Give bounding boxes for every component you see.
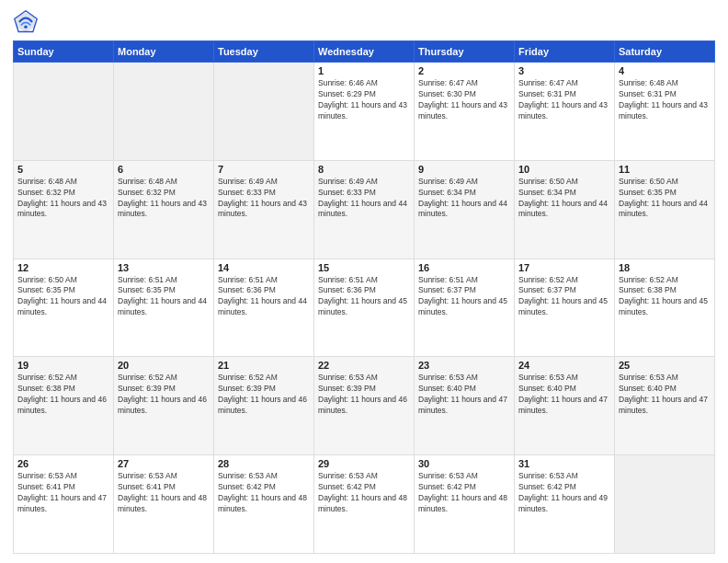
- day-number: 7: [218, 164, 310, 175]
- day-number: 29: [318, 458, 410, 469]
- day-info: Sunrise: 6:53 AMSunset: 6:40 PMDaylight:…: [619, 373, 708, 415]
- day-number: 22: [318, 360, 410, 371]
- calendar-cell: 20Sunrise: 6:52 AMSunset: 6:39 PMDayligh…: [114, 357, 214, 455]
- weekday-header-friday: Friday: [515, 41, 615, 63]
- calendar-cell: 18Sunrise: 6:52 AMSunset: 6:38 PMDayligh…: [615, 259, 715, 357]
- day-number: 3: [518, 65, 610, 76]
- day-info: Sunrise: 6:53 AMSunset: 6:42 PMDaylight:…: [518, 471, 608, 513]
- day-number: 18: [619, 262, 711, 273]
- day-info: Sunrise: 6:47 AMSunset: 6:30 PMDaylight:…: [418, 78, 507, 121]
- weekday-header-monday: Monday: [114, 41, 214, 63]
- calendar-cell: 15Sunrise: 6:51 AMSunset: 6:36 PMDayligh…: [314, 259, 415, 357]
- day-number: 16: [418, 262, 510, 273]
- weekday-header-sunday: Sunday: [14, 41, 114, 63]
- calendar-cell: 11Sunrise: 6:50 AMSunset: 6:35 PMDayligh…: [615, 160, 715, 259]
- calendar-cell: 27Sunrise: 6:53 AMSunset: 6:41 PMDayligh…: [114, 455, 214, 554]
- calendar-cell: [14, 63, 114, 161]
- day-number: 13: [118, 262, 210, 273]
- day-info: Sunrise: 6:49 AMSunset: 6:33 PMDaylight:…: [218, 177, 307, 219]
- day-info: Sunrise: 6:51 AMSunset: 6:35 PMDaylight:…: [118, 275, 207, 317]
- calendar-cell: 1Sunrise: 6:46 AMSunset: 6:29 PMDaylight…: [314, 63, 415, 161]
- day-number: 31: [518, 458, 610, 469]
- calendar-cell: 24Sunrise: 6:53 AMSunset: 6:40 PMDayligh…: [515, 357, 615, 455]
- day-info: Sunrise: 6:53 AMSunset: 6:42 PMDaylight:…: [418, 471, 507, 513]
- day-info: Sunrise: 6:52 AMSunset: 6:38 PMDaylight:…: [619, 275, 708, 317]
- day-info: Sunrise: 6:51 AMSunset: 6:36 PMDaylight:…: [218, 275, 307, 317]
- calendar-cell: 29Sunrise: 6:53 AMSunset: 6:42 PMDayligh…: [314, 455, 415, 554]
- calendar-cell: 9Sunrise: 6:49 AMSunset: 6:34 PMDaylight…: [415, 160, 515, 259]
- day-number: 11: [619, 164, 711, 175]
- day-info: Sunrise: 6:49 AMSunset: 6:33 PMDaylight:…: [318, 177, 407, 219]
- day-number: 5: [17, 164, 109, 175]
- calendar-cell: 31Sunrise: 6:53 AMSunset: 6:42 PMDayligh…: [515, 455, 615, 554]
- calendar-cell: 23Sunrise: 6:53 AMSunset: 6:40 PMDayligh…: [415, 357, 515, 455]
- day-number: 15: [318, 262, 410, 273]
- day-number: 19: [17, 360, 109, 371]
- calendar-cell: [615, 455, 715, 554]
- calendar-cell: [214, 63, 314, 161]
- calendar-cell: 30Sunrise: 6:53 AMSunset: 6:42 PMDayligh…: [415, 455, 515, 554]
- day-number: 4: [619, 65, 711, 76]
- day-info: Sunrise: 6:53 AMSunset: 6:41 PMDaylight:…: [118, 471, 207, 513]
- day-number: 10: [518, 164, 610, 175]
- day-number: 23: [418, 360, 510, 371]
- calendar-week-2: 5Sunrise: 6:48 AMSunset: 6:32 PMDaylight…: [14, 160, 715, 259]
- calendar-cell: 4Sunrise: 6:48 AMSunset: 6:31 PMDaylight…: [615, 63, 715, 161]
- day-info: Sunrise: 6:53 AMSunset: 6:41 PMDaylight:…: [17, 471, 107, 513]
- calendar-cell: 12Sunrise: 6:50 AMSunset: 6:35 PMDayligh…: [14, 259, 114, 357]
- day-info: Sunrise: 6:50 AMSunset: 6:35 PMDaylight:…: [619, 177, 708, 219]
- day-number: 14: [218, 262, 310, 273]
- day-number: 21: [218, 360, 310, 371]
- calendar-cell: 28Sunrise: 6:53 AMSunset: 6:42 PMDayligh…: [214, 455, 314, 554]
- day-info: Sunrise: 6:52 AMSunset: 6:37 PMDaylight:…: [518, 275, 608, 317]
- day-info: Sunrise: 6:52 AMSunset: 6:38 PMDaylight:…: [17, 373, 107, 415]
- calendar-cell: [114, 63, 214, 161]
- calendar-table: SundayMondayTuesdayWednesdayThursdayFrid…: [13, 40, 715, 554]
- weekday-header-thursday: Thursday: [415, 41, 515, 63]
- weekday-header-saturday: Saturday: [615, 41, 715, 63]
- svg-point-2: [24, 26, 28, 29]
- day-info: Sunrise: 6:53 AMSunset: 6:40 PMDaylight:…: [418, 373, 507, 415]
- day-info: Sunrise: 6:51 AMSunset: 6:36 PMDaylight:…: [318, 275, 407, 317]
- day-info: Sunrise: 6:53 AMSunset: 6:42 PMDaylight:…: [318, 471, 407, 513]
- day-number: 2: [418, 65, 510, 76]
- weekday-header-row: SundayMondayTuesdayWednesdayThursdayFrid…: [14, 41, 715, 63]
- day-number: 30: [418, 458, 510, 469]
- calendar-cell: 2Sunrise: 6:47 AMSunset: 6:30 PMDaylight…: [415, 63, 515, 161]
- day-info: Sunrise: 6:48 AMSunset: 6:31 PMDaylight:…: [619, 78, 708, 121]
- day-number: 17: [518, 262, 610, 273]
- day-info: Sunrise: 6:48 AMSunset: 6:32 PMDaylight:…: [17, 177, 107, 219]
- day-number: 24: [518, 360, 610, 371]
- day-number: 20: [118, 360, 210, 371]
- day-info: Sunrise: 6:53 AMSunset: 6:40 PMDaylight:…: [518, 373, 608, 415]
- day-number: 12: [17, 262, 109, 273]
- calendar-cell: 21Sunrise: 6:52 AMSunset: 6:39 PMDayligh…: [214, 357, 314, 455]
- day-number: 6: [118, 164, 210, 175]
- calendar-cell: 7Sunrise: 6:49 AMSunset: 6:33 PMDaylight…: [214, 160, 314, 259]
- calendar-cell: 17Sunrise: 6:52 AMSunset: 6:37 PMDayligh…: [515, 259, 615, 357]
- calendar-week-3: 12Sunrise: 6:50 AMSunset: 6:35 PMDayligh…: [14, 259, 715, 357]
- calendar-cell: 10Sunrise: 6:50 AMSunset: 6:34 PMDayligh…: [515, 160, 615, 259]
- calendar-cell: 25Sunrise: 6:53 AMSunset: 6:40 PMDayligh…: [615, 357, 715, 455]
- day-number: 27: [118, 458, 210, 469]
- page: SundayMondayTuesdayWednesdayThursdayFrid…: [0, 0, 728, 563]
- calendar-week-1: 1Sunrise: 6:46 AMSunset: 6:29 PMDaylight…: [14, 63, 715, 161]
- day-number: 28: [218, 458, 310, 469]
- day-info: Sunrise: 6:49 AMSunset: 6:34 PMDaylight:…: [418, 177, 507, 219]
- day-number: 26: [17, 458, 109, 469]
- header: [13, 9, 715, 35]
- day-number: 25: [619, 360, 711, 371]
- day-info: Sunrise: 6:46 AMSunset: 6:29 PMDaylight:…: [318, 78, 407, 121]
- calendar-cell: 13Sunrise: 6:51 AMSunset: 6:35 PMDayligh…: [114, 259, 214, 357]
- weekday-header-wednesday: Wednesday: [314, 41, 415, 63]
- calendar-cell: 26Sunrise: 6:53 AMSunset: 6:41 PMDayligh…: [14, 455, 114, 554]
- calendar-cell: 22Sunrise: 6:53 AMSunset: 6:39 PMDayligh…: [314, 357, 415, 455]
- day-info: Sunrise: 6:53 AMSunset: 6:42 PMDaylight:…: [218, 471, 307, 513]
- day-info: Sunrise: 6:53 AMSunset: 6:39 PMDaylight:…: [318, 373, 407, 415]
- day-info: Sunrise: 6:50 AMSunset: 6:34 PMDaylight:…: [518, 177, 608, 219]
- calendar-cell: 3Sunrise: 6:47 AMSunset: 6:31 PMDaylight…: [515, 63, 615, 161]
- day-number: 8: [318, 164, 410, 175]
- calendar-week-5: 26Sunrise: 6:53 AMSunset: 6:41 PMDayligh…: [14, 455, 715, 554]
- calendar-cell: 6Sunrise: 6:48 AMSunset: 6:32 PMDaylight…: [114, 160, 214, 259]
- logo-icon: [13, 9, 39, 35]
